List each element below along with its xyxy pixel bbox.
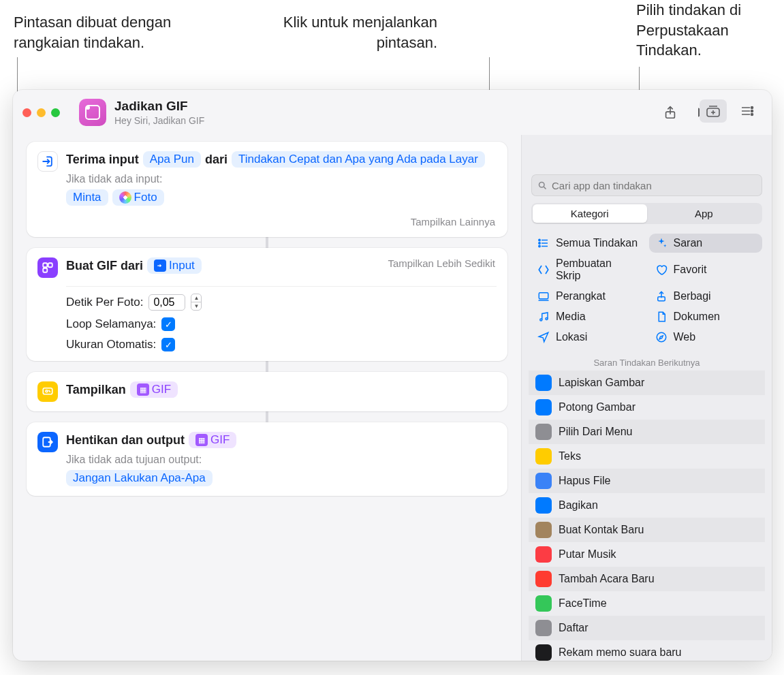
suggestion-icon [535, 399, 552, 415]
param-source[interactable]: Tindakan Cepat dan Apa yang Ada pada Lay… [232, 151, 485, 168]
details-button[interactable] [734, 99, 761, 123]
svg-point-14 [539, 245, 540, 247]
suggestion-item[interactable]: Bagikan [529, 493, 765, 518]
category-device[interactable]: Perangkat [531, 287, 645, 306]
app-window: Jadikan GIF Hey Siri, Jadikan GIF [13, 90, 772, 661]
category-label: Perangkat [556, 290, 606, 302]
suggestion-label: Teks [559, 450, 581, 462]
category-label: Semua Tindakan [556, 237, 638, 249]
search-field-wrap[interactable] [531, 174, 762, 196]
shortcut-title[interactable]: Jadikan GIF [114, 99, 650, 114]
script-icon [537, 264, 550, 276]
category-label: Pembuatan Skrip [556, 257, 640, 282]
svg-rect-7 [43, 268, 47, 272]
suggestion-item[interactable]: Rekam memo suara baru [529, 640, 765, 661]
search-icon [537, 180, 548, 191]
annotation-middle: Klik untuk menjalankan pintasan. [260, 12, 437, 52]
category-safari[interactable]: Web [649, 328, 763, 347]
action-make-gif[interactable]: Buat GIF dari Input Tampilkan Lebih Sedi… [27, 248, 507, 361]
zoom-button[interactable] [51, 108, 60, 117]
param-input[interactable]: Input [147, 257, 202, 274]
param-photos[interactable]: Foto [112, 189, 164, 206]
loop-checkbox[interactable]: ✓ [161, 317, 175, 331]
action-receive-input[interactable]: Terima input Apa Pun dari Tindakan Cepat… [27, 142, 507, 237]
suggestion-label: Buat Kontak Baru [559, 524, 644, 536]
action-stop-output[interactable]: Hentikan dan output ▦GIF Jika tidak ada … [27, 422, 507, 496]
svg-point-9 [46, 390, 48, 392]
share-icon [655, 290, 668, 302]
library-toggle-button[interactable] [700, 99, 727, 123]
show-less-button[interactable]: Tampilkan Lebih Sedikit [388, 257, 495, 269]
category-doc[interactable]: Dokumen [649, 307, 763, 326]
output-icon [37, 432, 58, 452]
input-mini-icon [154, 260, 166, 272]
no-input-label: Jika tidak ada input: [66, 173, 497, 185]
category-script[interactable]: Pembuatan Skrip [531, 254, 645, 285]
suggestion-icon [535, 571, 552, 587]
param-any[interactable]: Apa Pun [143, 151, 201, 168]
suggestion-icon [535, 448, 552, 465]
annotation-left: Pintasan dibuat dengan rangkaian tindaka… [14, 12, 218, 52]
suggestion-icon [535, 595, 552, 612]
category-sparkle[interactable]: Saran [649, 234, 763, 253]
suggestion-item[interactable]: FaceTime [529, 591, 765, 616]
suggestion-item[interactable]: Tambah Acara Baru [529, 567, 765, 591]
segmented-control: Kategori App [531, 203, 762, 224]
seconds-input[interactable] [148, 294, 185, 311]
suggestions-list: Lapiskan GambarPotong GambarPilih Dari M… [522, 371, 772, 661]
close-button[interactable] [22, 108, 31, 117]
seconds-stepper[interactable]: ▲▼ [191, 294, 202, 311]
show-more-button[interactable]: Tampilkan Lainnya [411, 216, 495, 227]
autosize-label: Ukuran Otomatis: [66, 338, 156, 351]
suggestion-label: Rekam memo suara baru [559, 646, 682, 659]
category-heart[interactable]: Favorit [649, 254, 763, 285]
action-show-result[interactable]: Tampilkan ▦GIF [27, 372, 507, 411]
svg-rect-15 [539, 293, 548, 299]
svg-point-3 [751, 110, 753, 112]
suggestion-item[interactable]: Hapus File [529, 469, 765, 493]
share-button[interactable] [659, 101, 682, 124]
text: Terima input [66, 153, 139, 167]
show-icon [37, 381, 58, 402]
input-icon [37, 151, 58, 172]
param-do-nothing[interactable]: Jangan Lakukan Apa-Apa [66, 470, 213, 486]
category-music[interactable]: Media [531, 307, 645, 326]
suggestion-label: Tambah Acara Baru [559, 573, 655, 585]
suggestion-item[interactable]: Potong Gambar [529, 395, 765, 420]
suggestion-icon [535, 620, 552, 636]
autosize-checkbox[interactable]: ✓ [161, 338, 175, 351]
workflow-editor: Terima input Apa Pun dari Tindakan Cepat… [13, 135, 521, 661]
category-share[interactable]: Berbagi [649, 287, 763, 306]
tab-category[interactable]: Kategori [533, 204, 647, 223]
suggestion-item[interactable]: Putar Musik [529, 542, 765, 567]
suggestion-item[interactable]: Teks [529, 444, 765, 469]
loop-label: Loop Selamanya: [66, 317, 156, 331]
suggestions-header: Saran Tindakan Berikutnya [529, 358, 765, 368]
suggestion-item[interactable]: Daftar [529, 616, 765, 640]
suggestion-label: Hapus File [559, 475, 610, 487]
tab-app[interactable]: App [647, 204, 762, 223]
shortcut-subtitle: Hey Siri, Jadikan GIF [114, 115, 650, 126]
svg-point-2 [751, 107, 753, 109]
text: Buat GIF dari [66, 259, 143, 273]
suggestion-label: FaceTime [559, 597, 607, 610]
suggestion-item[interactable]: Lapiskan Gambar [529, 371, 765, 395]
suggestion-icon [535, 473, 552, 489]
svg-point-19 [657, 332, 666, 342]
category-label: Lokasi [556, 331, 587, 343]
minimize-button[interactable] [37, 108, 46, 117]
var-gif-output[interactable]: ▦GIF [189, 432, 236, 448]
text: dari [205, 153, 228, 167]
svg-point-18 [546, 318, 548, 320]
category-location[interactable]: Lokasi [531, 328, 645, 347]
search-input[interactable] [552, 180, 756, 191]
suggestion-icon [535, 644, 552, 661]
category-label: Berbagi [674, 290, 711, 302]
category-list[interactable]: Semua Tindakan [531, 234, 645, 253]
suggestion-item[interactable]: Buat Kontak Baru [529, 518, 765, 542]
sparkle-icon [655, 237, 668, 249]
suggestion-item[interactable]: Pilih Dari Menu [529, 420, 765, 444]
list-icon [537, 237, 550, 249]
param-ask[interactable]: Minta [66, 189, 108, 206]
var-gif[interactable]: ▦GIF [130, 381, 178, 398]
